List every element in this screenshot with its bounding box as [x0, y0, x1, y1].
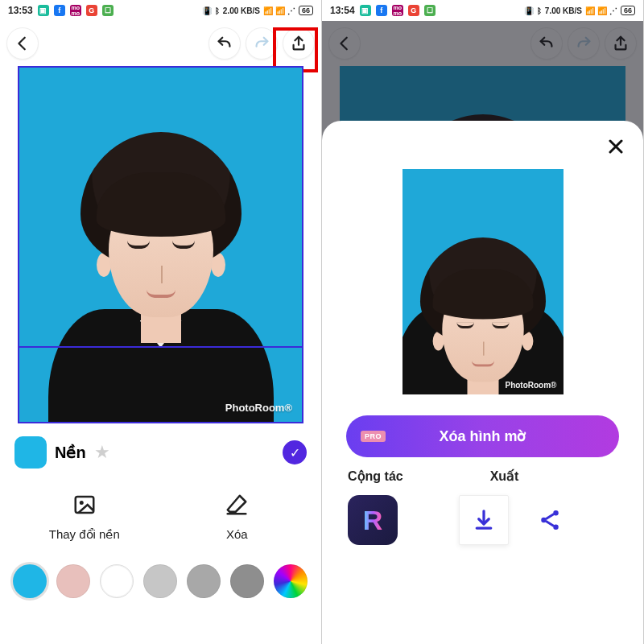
redo-button[interactable] [246, 27, 278, 60]
arrow-left-icon [14, 35, 31, 52]
palette-color-6[interactable] [230, 564, 264, 598]
palette-color-3[interactable] [100, 564, 134, 598]
momo-icon: momo [392, 5, 403, 16]
bluetooth-icon: ᛒ [537, 6, 542, 15]
signal-icon: 📶 [585, 6, 594, 15]
momo-icon: momo [70, 5, 81, 16]
remove-watermark-label: Xóa hình mờ [439, 427, 526, 445]
watermark-text: PhotoRoom® [225, 402, 292, 414]
erase-label: Xóa [226, 527, 248, 541]
google-icon: G [408, 5, 419, 16]
editor-toolbar [0, 21, 321, 66]
facebook-icon: f [54, 5, 65, 16]
app-indicator-icon: ▣ [38, 5, 49, 16]
export-section-label: Xuất [490, 469, 519, 484]
palette-color-1[interactable] [13, 564, 47, 598]
eraser-icon [225, 493, 249, 522]
google-icon: G [86, 5, 97, 16]
signal-icon: 📶 [263, 6, 272, 15]
background-row: Nền ★ ✓ [0, 427, 321, 478]
collab-app-tile[interactable]: R [348, 495, 398, 545]
signal-icon-2: 📶 [275, 6, 284, 15]
status-bar: 13:53 ▣ f momo G ☐ 📳 ᛒ 2.00 KB/S 📶 📶 ⋰ 6… [0, 0, 321, 21]
share-tile[interactable] [525, 495, 575, 545]
export-options-row: R [340, 489, 625, 548]
color-palette [0, 556, 321, 606]
remove-watermark-button[interactable]: PRO Xóa hình mờ [346, 415, 619, 457]
download-tile[interactable] [459, 495, 509, 545]
export-sheet-screen: 13:54 ▣ f momo G ☐ 📳 ᛒ 7.00 KB/S 📶 📶 ⋰ 6… [322, 0, 644, 644]
chat-icon: ☐ [102, 5, 114, 16]
export-button[interactable] [283, 27, 315, 60]
image-icon [72, 493, 97, 522]
undo-button[interactable] [208, 27, 241, 60]
app-logo-icon: R [363, 505, 383, 536]
status-bar: 13:54 ▣ f momo G ☐ 📳 ᛒ 7.00 KB/S 📶 📶 ⋰ 6… [322, 0, 643, 21]
palette-color-5[interactable] [187, 564, 221, 598]
background-swatch[interactable] [14, 436, 47, 469]
app-indicator-icon: ▣ [360, 5, 371, 16]
background-label: Nền [55, 443, 86, 462]
vibrate-icon: 📳 [202, 6, 212, 15]
battery-indicator: 66 [621, 6, 635, 15]
erase-tile[interactable]: Xóa [161, 483, 314, 551]
wifi-icon: ⋰ [609, 6, 617, 15]
download-icon [472, 508, 496, 532]
status-time: 13:53 [8, 5, 33, 16]
facebook-icon: f [376, 5, 387, 16]
portrait-subject[interactable] [56, 132, 266, 422]
portrait-subject [426, 237, 539, 394]
palette-color-4[interactable] [143, 564, 177, 598]
change-bg-label: Thay đổi nền [49, 527, 120, 542]
watermark-text: PhotoRoom® [505, 381, 556, 390]
export-section-headers: Cộng tác Xuất [340, 469, 625, 489]
chat-icon: ☐ [424, 5, 436, 16]
bluetooth-icon: ᛒ [215, 6, 220, 15]
collab-section-label: Cộng tác [348, 469, 403, 484]
change-background-tile[interactable]: Thay đổi nền [8, 483, 161, 551]
net-rate: 7.00 KB/S [545, 6, 582, 15]
export-sheet: PhotoRoom® PRO Xóa hình mờ Cộng tác Xuất… [322, 121, 643, 644]
editor-screen: 13:53 ▣ f momo G ☐ 📳 ᛒ 2.00 KB/S 📶 📶 ⋰ 6… [0, 0, 322, 644]
svg-point-1 [80, 501, 84, 505]
palette-color-picker[interactable] [274, 564, 308, 598]
favorite-star-icon[interactable]: ★ [94, 442, 110, 463]
wifi-icon: ⋰ [287, 6, 295, 15]
confirm-check-button[interactable]: ✓ [283, 440, 307, 464]
share-up-icon [290, 35, 308, 52]
redo-icon [253, 35, 270, 52]
photo-canvas[interactable]: PhotoRoom® [18, 66, 303, 423]
share-nodes-icon [538, 508, 562, 532]
svg-rect-0 [76, 497, 94, 513]
battery-indicator: 66 [299, 6, 313, 15]
back-button[interactable] [6, 27, 39, 60]
palette-color-2[interactable] [56, 564, 90, 598]
close-icon [606, 137, 625, 156]
action-tiles: Thay đổi nền Xóa [0, 478, 321, 556]
close-sheet-button[interactable] [601, 132, 630, 161]
export-preview: PhotoRoom® [402, 169, 564, 394]
crop-guide-line [19, 346, 302, 348]
status-time: 13:54 [330, 5, 355, 16]
undo-icon [216, 35, 233, 52]
signal-icon-2: 📶 [597, 6, 606, 15]
pro-badge: PRO [361, 431, 386, 442]
net-rate: 2.00 KB/S [223, 6, 260, 15]
vibrate-icon: 📳 [524, 6, 534, 15]
